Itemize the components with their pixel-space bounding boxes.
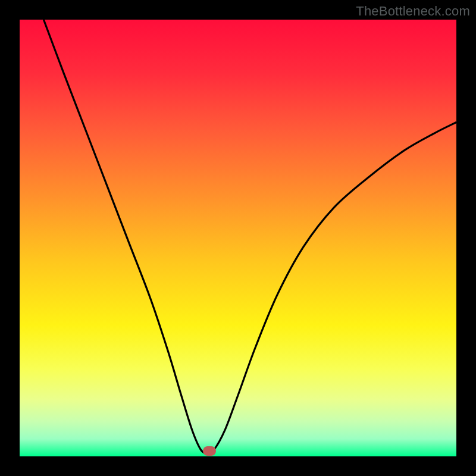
bottleneck-curve [43, 20, 456, 453]
optimal-point-marker [203, 446, 216, 456]
chart-frame: TheBottleneck.com [0, 0, 476, 476]
plot-area [20, 20, 456, 456]
curve-layer [20, 20, 456, 456]
watermark-text: TheBottleneck.com [356, 4, 470, 19]
